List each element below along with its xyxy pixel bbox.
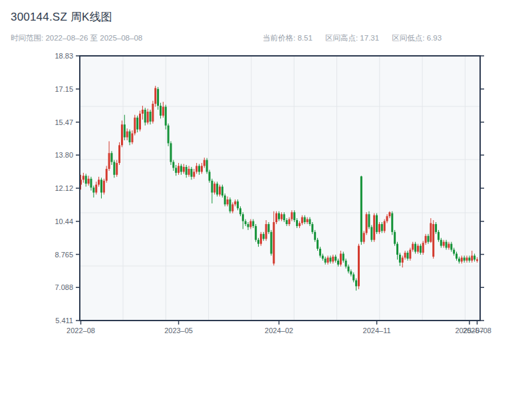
svg-text:2025–08: 2025–08 bbox=[463, 327, 491, 334]
svg-text:7.088: 7.088 bbox=[55, 283, 73, 291]
svg-text:2024–02: 2024–02 bbox=[265, 327, 293, 334]
svg-text:17.15: 17.15 bbox=[55, 85, 73, 93]
svg-text:10.44: 10.44 bbox=[55, 217, 73, 225]
svg-text:18.83: 18.83 bbox=[55, 52, 73, 60]
svg-text:13.80: 13.80 bbox=[55, 151, 73, 159]
kline-chart: 18.8317.1515.4713.8012.1210.448.7657.088… bbox=[0, 0, 532, 399]
svg-text:2022–08: 2022–08 bbox=[66, 327, 95, 334]
svg-text:12.12: 12.12 bbox=[55, 184, 73, 192]
svg-text:15.47: 15.47 bbox=[55, 118, 73, 126]
svg-text:2024–11: 2024–11 bbox=[363, 327, 391, 334]
x-axis: 2022–082023–052024–022024–112025–072025–… bbox=[66, 321, 491, 334]
svg-text:2023–05: 2023–05 bbox=[164, 327, 193, 334]
svg-text:5.411: 5.411 bbox=[55, 317, 73, 325]
svg-text:8.765: 8.765 bbox=[55, 251, 73, 259]
kline-page: 300144.SZ 周K线图 时间范围: 2022–08–26 至 2025–0… bbox=[0, 0, 532, 399]
